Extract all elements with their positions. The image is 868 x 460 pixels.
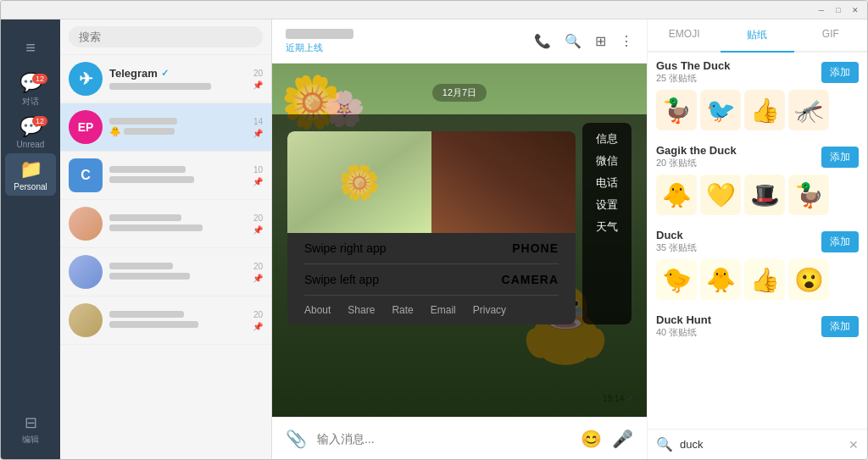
maximize-button[interactable]: □ [833,5,843,15]
info-item-xinxi[interactable]: 信息 [596,131,618,147]
camera-label: CAMERA [502,273,559,286]
info-item-tianqi[interactable]: 天气 [596,219,618,235]
chat-item-4[interactable]: 20 📌 [60,200,271,248]
chat-preview [109,271,246,281]
sticker-list[interactable]: Gus The Duck 25 张贴纸 添加 🦆 🐦 👍 🦟 [648,53,867,429]
chats-label: 对话 [22,96,39,108]
sticker-thumb[interactable]: 🦟 [788,90,829,130]
chat-time: 20 [253,69,263,78]
avatar-4 [69,207,103,241]
sticker-thumb[interactable]: 🐦 [700,90,741,130]
chat-preview [109,175,246,185]
context-row-1[interactable]: Swipe right app PHONE [287,233,576,263]
sidebar-item-menu[interactable]: ≡ [5,26,56,69]
chat-meta: 20 📌 [253,262,263,283]
titlebar: ─ □ ✕ [1,1,867,19]
sticker-pack-duck-hunt: Duck Hunt 40 张贴纸 添加 [656,313,859,339]
pin-icon: 📌 [253,322,263,331]
attachment-icon[interactable]: 📎 [286,429,307,449]
context-menu-overlay[interactable]: 🌼 Swipe right app PHONE Swi [272,114,647,417]
chat-item-6[interactable]: 20 📌 [60,297,271,345]
info-item-shezhi[interactable]: 设置 [596,197,618,213]
pack-header: Gagik the Duck 20 张贴纸 添加 [656,144,859,169]
mic-icon[interactable]: 🎤 [612,429,633,449]
chat-time: 14 [253,117,263,126]
chat-preview: 🐥 [109,126,246,137]
privacy-link[interactable]: Privacy [473,304,506,316]
unread-label: Unread [17,140,45,149]
add-pack-button[interactable]: 添加 [821,147,859,168]
avatar-c: C [69,158,103,192]
pack-count: 20 张贴纸 [656,157,737,169]
phone-icon[interactable]: 📞 [534,33,551,49]
clear-search-icon[interactable]: ✕ [849,438,859,452]
sticker-thumb[interactable]: 🐥 [656,175,697,215]
chat-item-c[interactable]: C 10 📌 [60,152,271,200]
context-links: About Share Rate Email Privacy [287,296,576,324]
sidebar-item-personal[interactable]: 📁 Personal [5,153,56,196]
email-link[interactable]: Email [431,304,456,316]
rate-link[interactable]: Rate [392,304,413,316]
info-item-dianhua[interactable]: 电话 [596,175,618,191]
tab-gif[interactable]: GIF [794,19,867,53]
sticker-grid: 🐤 🐥 👍 😮 [656,259,859,300]
sticker-thumb[interactable]: 🦆 [656,90,697,130]
minimize-button[interactable]: ─ [816,5,826,15]
sidebar-item-unread[interactable]: 💬 12 Unread [5,111,56,153]
filter-label: 编辑 [22,434,39,446]
add-pack-button[interactable]: 添加 [821,316,859,337]
about-link[interactable]: About [304,304,331,316]
chat-meta: 14 📌 [253,117,263,138]
sticker-panel: EMOJI 贴纸 GIF Gus The Duck 25 张贴纸 添加 🦆 [647,19,867,459]
layout-icon[interactable]: ⊞ [595,33,606,49]
close-button[interactable]: ✕ [850,5,860,15]
sticker-grid: 🐥 💛 🎩 🦆 [656,175,859,215]
chat-messages[interactable]: 🌼 🌸 12月7日 [272,64,647,417]
avatar-6 [69,303,103,337]
sticker-thumb[interactable]: 🎩 [744,175,785,215]
avatar-ep: EP [69,110,103,144]
sticker-grid: 🦆 🐦 👍 🦟 [656,90,859,130]
sticker-thumb[interactable]: 👍 [744,90,785,130]
chat-name [109,311,246,318]
emoji-icon[interactable]: 😊 [581,429,602,449]
sticker-thumb[interactable]: 😮 [788,259,829,300]
chat-meta: 20 📌 [253,69,263,90]
sticker-search-input[interactable] [680,438,842,451]
unread-badge: 12 [32,116,47,126]
context-row-2[interactable]: Swipe left app CAMERA [287,264,576,295]
search-input[interactable] [69,26,263,47]
more-icon[interactable]: ⋮ [620,33,633,49]
sidebar-item-filter[interactable]: ⊟ 编辑 [5,408,56,451]
context-card: 🌼 Swipe right app PHONE Swi [287,131,576,324]
sticker-thumb[interactable]: 🐤 [656,259,697,300]
chat-item-telegram[interactable]: ✈ Telegram ✓ 20 📌 [60,55,271,103]
message-input[interactable] [317,432,570,446]
add-pack-button[interactable]: 添加 [821,231,859,252]
chat-item-ep[interactable]: EP 🐥 14 📌 [60,103,271,152]
chat-item-5[interactable]: 20 📌 [60,248,271,297]
chat-name [109,214,246,221]
chat-time: 20 [253,213,263,223]
sticker-thumb[interactable]: 🐥 [700,259,741,300]
chat-time: 20 [253,310,263,319]
sticker-thumb[interactable]: 👍 [744,259,785,300]
swipe-left-label: Swipe left app [304,273,379,286]
tab-stickers[interactable]: 贴纸 [721,19,793,53]
sticker-thumb[interactable]: 💛 [700,175,741,215]
phone-label: PHONE [512,241,559,255]
info-item-weixin[interactable]: 微信 [596,153,618,169]
chat-header-status: 近期上线 [286,42,524,54]
tab-emoji[interactable]: EMOJI [648,19,721,53]
chat-header: 近期上线 📞 🔍 ⊞ ⋮ [272,19,647,64]
share-link[interactable]: Share [348,304,375,316]
sidebar-item-chats[interactable]: 💬 12 对话 [5,69,56,111]
chat-meta: 20 📌 [253,310,263,331]
sidebar: ≡ 💬 12 对话 💬 12 Unread 📁 Personal ⊟ 编辑 [1,19,60,459]
swipe-right-label: Swipe right app [304,241,387,255]
chat-header-actions: 📞 🔍 ⊞ ⋮ [534,33,633,49]
chat-name: Telegram ✓ [109,67,246,80]
add-pack-button[interactable]: 添加 [821,62,859,83]
search-chat-icon[interactable]: 🔍 [565,33,581,49]
sticker-thumb[interactable]: 🦆 [788,175,829,215]
